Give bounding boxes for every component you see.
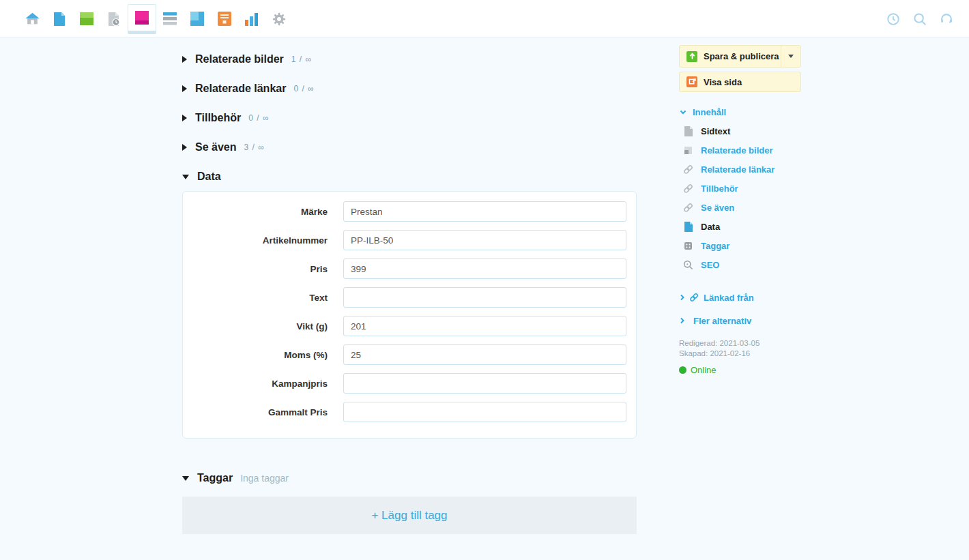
- link-icon: [683, 203, 693, 213]
- section-header-tillbehor[interactable]: Tillbehör 0 / ∞: [182, 111, 637, 125]
- triangle-down-icon: [182, 175, 189, 179]
- chevron-right-icon: [679, 316, 686, 325]
- artikelnummer-input[interactable]: [343, 230, 626, 250]
- nav-item-label: Relaterade bilder: [701, 145, 773, 156]
- nav-item-data[interactable]: Data: [679, 217, 801, 236]
- nav-item-label: Relaterade länkar: [701, 164, 775, 175]
- text-input[interactable]: [343, 287, 626, 308]
- tag-icon: [683, 241, 693, 250]
- form-row: Gammalt Pris: [183, 402, 636, 422]
- page-metadata: Redigerad: 2021-03-05 Skapad: 2021-02-16: [679, 338, 801, 359]
- image-icon[interactable]: [73, 0, 100, 38]
- settings-icon[interactable]: [265, 0, 293, 38]
- section-header-relaterade-bilder[interactable]: Relaterade bilder 1 / ∞: [182, 53, 637, 66]
- document-icon: [683, 126, 693, 136]
- marke-input[interactable]: [343, 201, 626, 222]
- empty-tags-label: Inga taggar: [240, 473, 289, 484]
- nav-item-seo[interactable]: SEO: [679, 255, 801, 274]
- form-row: Moms (%): [183, 344, 636, 365]
- edited-date: Redigerad: 2021-03-05: [679, 338, 801, 349]
- toolbar-left-group: [0, 0, 293, 38]
- nav-item-tillbehor[interactable]: Tillbehör: [679, 179, 801, 198]
- triangle-right-icon: [182, 56, 187, 63]
- publish-up-arrow-icon: [686, 51, 697, 62]
- nav-item-se-aven[interactable]: Se även: [679, 198, 801, 217]
- gammalt-pris-input[interactable]: [343, 402, 626, 422]
- section-header-data[interactable]: Data: [182, 170, 637, 183]
- template-icon[interactable]: [184, 0, 211, 38]
- field-label: Gammalt Pris: [183, 407, 328, 417]
- main-content: Relaterade bilder 1 / ∞ Relaterade länka…: [182, 53, 637, 534]
- statistics-icon[interactable]: [238, 0, 265, 38]
- nav-header-label: Innehåll: [693, 107, 726, 117]
- link-icon: [683, 183, 693, 194]
- field-label: Text: [183, 293, 328, 303]
- nav-item-relaterade-lankar[interactable]: Relaterade länkar: [679, 160, 801, 179]
- field-label: Vikt (g): [183, 321, 328, 331]
- document-blue-icon: [683, 222, 693, 232]
- section-header-taggar[interactable]: Taggar Inga taggar: [182, 471, 637, 485]
- archive-icon[interactable]: [211, 0, 238, 38]
- nav-item-label: Data: [701, 222, 720, 232]
- triangle-down-icon: [182, 476, 189, 481]
- triangle-right-icon: [182, 115, 187, 121]
- list-icon[interactable]: [156, 0, 184, 38]
- view-page-label: Visa sida: [704, 77, 742, 87]
- link-icon: [689, 293, 699, 302]
- section-header-relaterade-lankar[interactable]: Relaterade länkar 0 / ∞: [182, 82, 637, 95]
- online-dot-icon: [679, 366, 686, 374]
- pink-module-icon[interactable]: [128, 4, 156, 34]
- nav-item-label: Tillbehör: [701, 183, 738, 194]
- nav-item-label: Se även: [701, 203, 734, 213]
- support-headset-icon[interactable]: [933, 0, 959, 38]
- section-title: Taggar: [197, 472, 233, 484]
- kampanjpris-input[interactable]: [343, 373, 626, 394]
- triangle-right-icon: [182, 85, 187, 92]
- status-label: Online: [691, 365, 717, 375]
- save-publish-main[interactable]: Spara & publicera: [680, 46, 781, 67]
- vikt-input[interactable]: [343, 316, 626, 336]
- search-icon[interactable]: [906, 0, 933, 38]
- nav-item-label: Taggar: [701, 241, 729, 251]
- content-nav: Innehåll Sidtext Relaterade bilder: [679, 102, 801, 274]
- file-history-icon[interactable]: [100, 0, 128, 38]
- section-count: 3 / ∞: [244, 143, 264, 152]
- section-count: 0 / ∞: [293, 84, 314, 93]
- created-date: Skapad: 2021-02-16: [679, 349, 801, 359]
- nav-item-sidtext[interactable]: Sidtext: [679, 121, 801, 141]
- save-publish-button[interactable]: Spara & publicera: [679, 45, 801, 68]
- field-label: Pris: [183, 264, 328, 274]
- nav-item-taggar[interactable]: Taggar: [679, 236, 801, 255]
- history-clock-icon[interactable]: [880, 0, 906, 38]
- field-label: Märke: [183, 207, 328, 217]
- nav-item-label: Sidtext: [701, 126, 730, 136]
- more-options-toggle[interactable]: Fler alternativ: [679, 311, 801, 330]
- chevron-right-icon: [679, 293, 686, 301]
- view-page-icon: [686, 76, 697, 87]
- linked-from-toggle[interactable]: Länkad från: [679, 288, 801, 307]
- chevron-down-icon: [788, 55, 794, 58]
- field-label: Artikelnummer: [183, 235, 328, 246]
- section-count: 0 / ∞: [248, 113, 269, 123]
- moms-input[interactable]: [343, 344, 626, 365]
- section-title: Relaterade bilder: [195, 53, 284, 65]
- pris-input[interactable]: [343, 259, 626, 279]
- page-icon[interactable]: [46, 0, 73, 38]
- image-icon: [683, 146, 693, 155]
- nav-header-innehall[interactable]: Innehåll: [679, 102, 801, 121]
- form-row: Kampanjpris: [183, 373, 636, 394]
- save-publish-label: Spara & publicera: [704, 51, 779, 61]
- section-header-se-aven[interactable]: Se även 3 / ∞: [182, 141, 637, 154]
- add-tag-label: + Lägg till tagg: [371, 509, 447, 522]
- link-icon: [683, 164, 693, 175]
- nav-item-relaterade-bilder[interactable]: Relaterade bilder: [679, 141, 801, 160]
- form-row: Märke: [183, 201, 636, 222]
- nav-item-label: SEO: [701, 260, 719, 270]
- view-page-button[interactable]: Visa sida: [679, 72, 801, 92]
- section-title: Se även: [195, 141, 236, 153]
- save-options-dropdown[interactable]: [781, 46, 800, 67]
- add-tag-button[interactable]: + Lägg till tagg: [182, 497, 637, 534]
- field-label: Kampanjpris: [183, 379, 328, 389]
- home-icon[interactable]: [18, 0, 46, 38]
- form-row: Pris: [183, 259, 636, 279]
